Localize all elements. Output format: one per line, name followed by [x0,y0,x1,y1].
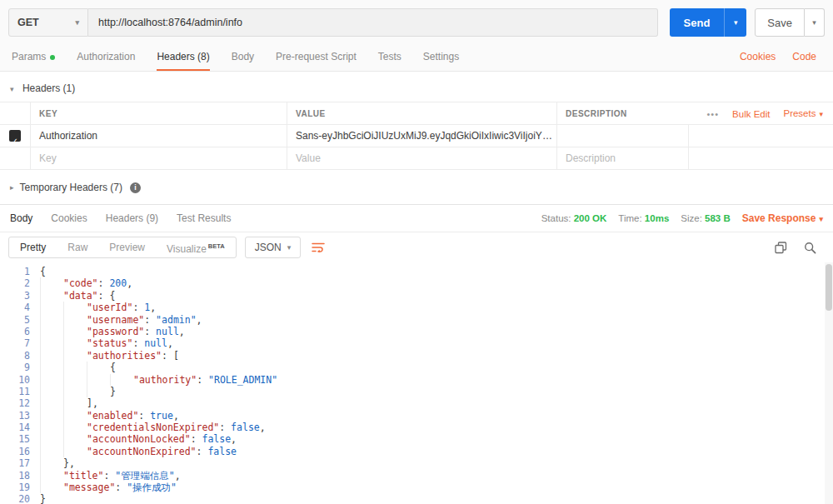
line-number: 16 [0,446,30,457]
line-number: 10 [0,374,30,386]
line-number: 2 [0,277,30,289]
copy-icon [775,242,787,254]
copy-response-button[interactable] [773,240,789,256]
tab-params-label: Params [12,51,46,62]
line-number: 20 [0,493,30,504]
scrollbar-thumb[interactable] [826,264,832,311]
more-columns-icon[interactable]: ••• [707,103,720,126]
temporary-headers-label: Temporary Headers (7) [20,182,122,193]
code-content: } [30,493,46,504]
tab-prerequest-script[interactable]: Pre-request Script [276,42,357,71]
code-content: "authorities": [ [30,350,179,362]
visualize-label: Visualize [167,243,207,255]
view-raw[interactable]: Raw [57,237,98,257]
send-button[interactable]: Send [670,8,725,37]
header-row-actions [688,125,833,147]
bulk-edit-link[interactable]: Bulk Edit [732,103,770,126]
url-input[interactable] [88,9,657,36]
code-content: "data": { [30,290,115,302]
header-description-cell[interactable] [556,125,688,147]
response-tab-test-results[interactable]: Test Results [177,212,231,224]
save-group: Save ▾ [755,8,825,37]
cookies-link[interactable]: Cookies [740,51,776,62]
headers-table-header: KEY VALUE DESCRIPTION ••• Bulk Edit Pres… [0,102,833,125]
response-body-editor[interactable]: 1{2"code": 200,3"data": {4"userId": 1,5"… [0,262,833,504]
presets-label: Presets [783,108,816,118]
new-description-cell[interactable]: Description [556,147,688,169]
view-pretty[interactable]: Pretty [9,237,57,257]
wrap-text-icon [311,241,326,254]
line-number: 1 [0,266,30,277]
request-section: GET ▾ Send ▾ Save ▾ Params Aut [0,0,833,72]
temporary-headers-toggle[interactable]: ▸ Temporary Headers (7) i [0,170,833,204]
code-content: "credentialsNonExpired": false, [30,422,266,433]
tab-body[interactable]: Body [232,42,254,71]
info-icon[interactable]: i [130,182,141,193]
code-line: 1{ [0,266,833,277]
tab-authorization[interactable]: Authorization [77,42,135,71]
presets-dropdown[interactable]: Presets▾ [783,102,823,126]
header-row-new: Key Value Description [0,147,833,170]
response-header: Body Cookies Headers (9) Test Results St… [0,205,833,232]
wrap-text-button[interactable] [309,239,327,256]
code-content: ], [30,397,98,409]
tab-tests[interactable]: Tests [378,42,402,71]
format-dropdown[interactable]: JSON ▾ [245,237,302,258]
search-response-button[interactable] [802,240,818,256]
line-number: 14 [0,422,30,433]
header-controls: ••• Bulk Edit Presets▾ [688,102,833,126]
view-mode-segmented-control: Pretty Raw Preview VisualizeBETA [8,237,237,258]
indent-guide [40,386,63,397]
code-line: 20} [0,493,833,504]
new-value-cell[interactable]: Value [287,147,556,169]
response-tab-headers[interactable]: Headers (9) [106,212,158,224]
indent-guide [87,374,110,386]
response-tab-body[interactable]: Body [10,212,32,224]
save-response-label: Save Response [742,212,816,224]
indent-guide [40,410,63,422]
save-label: Save [767,17,792,29]
time-value: 10ms [645,213,669,223]
headers-section-toggle[interactable]: ▾ Headers (1) [0,72,833,102]
tab-tests-label: Tests [378,51,402,62]
view-visualize[interactable]: VisualizeBETA [156,237,236,259]
code-line: 8"authorities": [ [0,350,833,362]
indent-guide [40,302,63,313]
send-group: Send ▾ [670,8,747,37]
row-checkbox[interactable] [9,130,21,142]
code-line: 19"message": "操作成功" [0,482,833,493]
send-options-button[interactable]: ▾ [724,8,746,37]
save-response-dropdown[interactable]: Save Response▾ [742,212,823,224]
save-button[interactable]: Save [755,8,805,37]
chevron-down-icon: ▾ [812,18,816,27]
tab-settings[interactable]: Settings [423,42,459,71]
view-preview[interactable]: Preview [98,237,156,257]
response-tab-cookies[interactable]: Cookies [51,212,87,224]
header-value-cell[interactable]: Sans-eyJhbGciOiJIUzUxMiJ9.eyJqdGkiOiIxIi… [287,125,556,147]
code-content: "code": 200, [30,277,132,289]
vertical-scrollbar[interactable] [825,262,833,504]
beta-badge: BETA [208,242,225,250]
code-link[interactable]: Code [792,51,816,62]
indent-guide [63,410,87,422]
indent-guide [63,397,87,409]
code-line: 3"data": { [0,290,833,302]
line-number: 11 [0,386,30,397]
status-badge: Status: 200 OK [541,213,607,223]
save-options-button[interactable]: ▾ [805,8,825,37]
row-checkbox-cell [0,147,30,169]
tab-settings-label: Settings [423,51,459,62]
header-key-cell[interactable]: Authorization [30,125,287,147]
indent-guide [63,362,87,373]
code-content: { [30,266,46,277]
indent-guide [110,374,133,386]
line-number: 8 [0,350,30,362]
tab-headers[interactable]: Headers (8) [157,42,209,71]
method-select[interactable]: GET ▾ [8,8,88,37]
params-indicator-dot [50,55,55,60]
header-row-authorization: Authorization Sans-eyJhbGciOiJIUzUxMiJ9.… [0,125,833,147]
response-section: Body Cookies Headers (9) Test Results St… [0,204,833,504]
request-bar: GET ▾ Send ▾ Save ▾ [8,8,825,37]
tab-params[interactable]: Params [12,42,55,71]
new-key-cell[interactable]: Key [30,147,287,169]
